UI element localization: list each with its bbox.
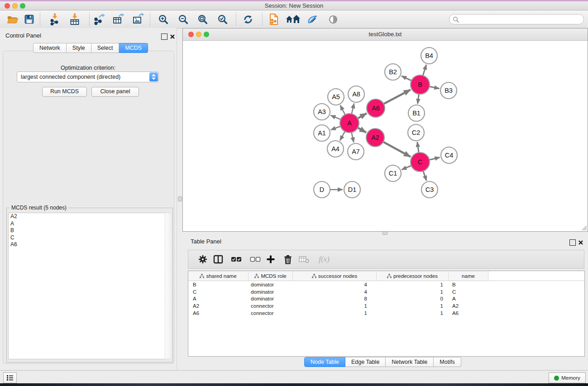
zoom-window-button[interactable] [20, 3, 25, 9]
mcds-result-item[interactable]: B [9, 227, 165, 234]
mcds-list-scrollbar[interactable] [165, 213, 171, 359]
table-cell: 1 [375, 289, 447, 295]
table-tab-node-table[interactable]: Node Table [304, 357, 345, 367]
edge-A-A5[interactable] [340, 105, 345, 115]
vertical-splitter-grip[interactable] [178, 196, 182, 201]
network-canvas[interactable]: AA1A2A3A4A5A6A7A8BB1B2B3B4CC1C2C3C4DD1 [183, 41, 587, 231]
tab-mcds[interactable]: MCDS [119, 43, 148, 53]
table-panel: Table Panel [182, 234, 588, 370]
table-cell: A2 [447, 303, 486, 309]
zoom-in-icon [158, 14, 169, 25]
import-table-button[interactable] [67, 13, 82, 25]
table-row[interactable]: Adominator80A [188, 295, 584, 302]
column-header-predecessor-nodes[interactable]: predecessor nodes [377, 271, 449, 281]
table-cell: connector [248, 303, 292, 309]
zoom-selected-button[interactable] [215, 13, 230, 25]
show-column-panel-button[interactable] [212, 253, 225, 265]
save-session-button[interactable] [21, 13, 37, 25]
table-cell: 8 [292, 296, 375, 301]
fx-icon: f(x) [319, 255, 330, 264]
edge-A-A2[interactable] [357, 128, 366, 133]
edge-C-C3[interactable] [423, 171, 427, 181]
search-input[interactable] [460, 15, 583, 24]
edge-A-A3[interactable] [330, 115, 341, 119]
network-minimize-button[interactable] [196, 32, 201, 37]
column-header-mcds-role[interactable]: MCDS role [249, 271, 293, 281]
table-cell: 4 [292, 282, 375, 287]
create-column-button[interactable] [264, 253, 277, 265]
edge-B-B1[interactable] [418, 94, 419, 104]
column-header-name[interactable]: name [449, 271, 488, 281]
table-tab-motifs[interactable]: Motifs [434, 357, 461, 367]
table-row[interactable]: A6connector11A6 [188, 310, 584, 317]
node-label-B3: B3 [445, 87, 453, 94]
edge-A-A8[interactable] [352, 103, 354, 114]
search-field[interactable] [449, 14, 584, 24]
resize-grip-icon[interactable] [581, 224, 587, 230]
edge-A2-C[interactable] [383, 142, 411, 157]
edge-A-A6[interactable] [357, 113, 367, 119]
edge-A6-B[interactable] [383, 90, 411, 104]
export-table-button[interactable] [110, 13, 126, 25]
table-row[interactable]: A2connector11A2 [188, 302, 584, 310]
edge-A-A4[interactable] [340, 131, 345, 141]
table-close-panel-button[interactable] [578, 239, 583, 247]
toggle-annotations-button[interactable] [305, 13, 320, 25]
open-session-button[interactable] [5, 13, 20, 25]
table-row[interactable]: Bdominator41B [188, 281, 584, 288]
float-panel-button[interactable] [161, 33, 167, 40]
zoom-fit-button[interactable] [195, 13, 210, 25]
table-row[interactable]: Cdominator41C [188, 288, 584, 295]
table-cell: 0 [375, 296, 447, 301]
zoom-fit-icon [197, 14, 208, 25]
export-image-button[interactable] [130, 13, 146, 25]
table-tab-network-table[interactable]: Network Table [386, 357, 434, 367]
memory-button[interactable]: Memory [549, 372, 586, 383]
network-zoom-button[interactable] [204, 32, 209, 37]
task-history-button[interactable] [3, 372, 17, 383]
edge-C-C4[interactable] [429, 157, 440, 160]
run-mcds-button[interactable]: Run MCDS [42, 87, 87, 97]
tab-style[interactable]: Style [67, 43, 91, 53]
close-panel-action-button[interactable]: Close panel [91, 87, 139, 97]
table-settings-button[interactable] [196, 253, 209, 265]
close-panel-button[interactable] [170, 33, 175, 41]
zoom-out-button[interactable] [176, 13, 191, 25]
edge-C-C2[interactable] [417, 142, 419, 153]
import-network-button[interactable] [47, 13, 62, 25]
zoom-in-button[interactable] [156, 13, 171, 25]
edge-B-B4[interactable] [423, 65, 426, 76]
new-network-from-file-button[interactable] [266, 13, 282, 25]
mcds-result-item[interactable]: C [9, 234, 165, 242]
home-button[interactable] [285, 13, 301, 25]
node-label-B4: B4 [425, 52, 433, 59]
mcds-result-item[interactable]: A [9, 220, 165, 228]
edge-B-B2[interactable] [402, 76, 412, 81]
close-window-button[interactable] [5, 3, 10, 9]
hide-show-graphics-button[interactable] [325, 13, 341, 25]
export-table-icon [112, 13, 124, 25]
tab-network[interactable]: Network [33, 43, 67, 53]
table-toolbar: f(x) [188, 250, 584, 269]
edge-A-A1[interactable] [331, 126, 341, 130]
mcds-result-item[interactable]: A2 [9, 213, 165, 220]
column-header-shared-name[interactable]: shared name [188, 271, 249, 281]
refresh-button[interactable] [240, 13, 256, 25]
zoom-out-icon [178, 14, 189, 25]
edge-A-A7[interactable] [351, 132, 354, 143]
select-all-columns-button[interactable] [230, 253, 243, 265]
node-label-A1: A1 [318, 129, 326, 137]
minimize-window-button[interactable] [12, 3, 18, 9]
deselect-all-columns-button[interactable] [249, 253, 262, 265]
column-header-successor-nodes[interactable]: successor nodes [293, 271, 377, 281]
edge-C-C1[interactable] [402, 166, 411, 170]
criterion-dropdown[interactable]: largest connected component (directed) [17, 71, 159, 82]
delete-column-button[interactable] [282, 253, 294, 265]
network-close-button[interactable] [188, 32, 194, 37]
export-network-button[interactable] [91, 13, 107, 25]
tab-select[interactable]: Select [91, 43, 120, 53]
edge-B-B3[interactable] [429, 86, 440, 89]
table-float-panel-button[interactable] [569, 239, 576, 246]
table-tab-edge-table[interactable]: Edge Table [345, 357, 386, 367]
mcds-result-item[interactable]: A6 [9, 241, 165, 248]
